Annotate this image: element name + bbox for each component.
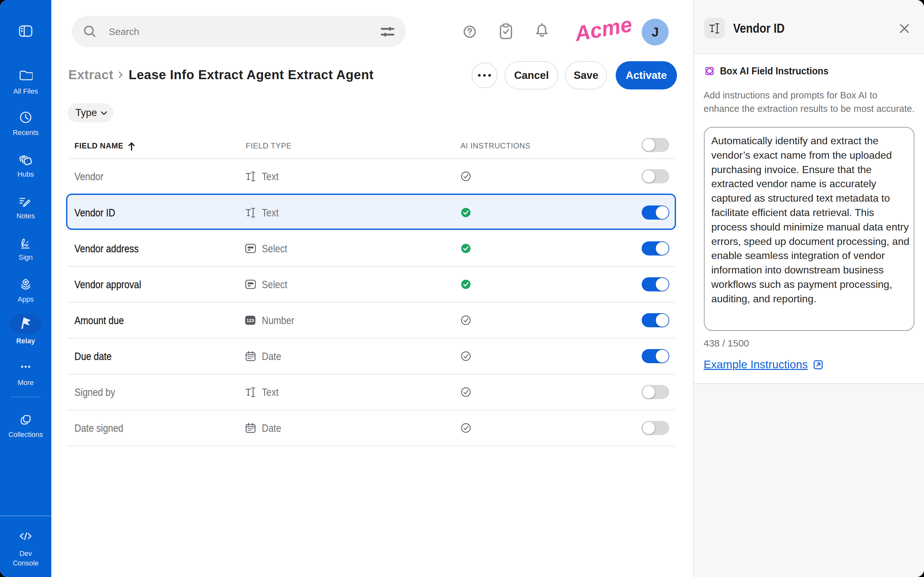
svg-text:123: 123 xyxy=(246,318,254,323)
